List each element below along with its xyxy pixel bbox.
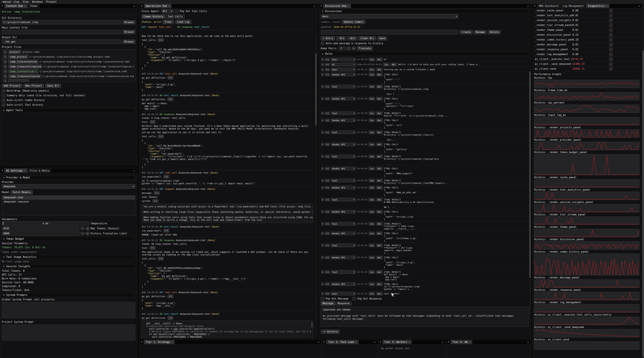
insert-above-button[interactable]: + bbox=[321, 119, 324, 122]
file-chip-button[interactable] bbox=[8, 79, 28, 82]
expand-entry-button[interactable]: [+] bbox=[325, 73, 330, 76]
-entry-button[interactable]: + Entry bbox=[321, 36, 335, 40]
tool-usage-section[interactable]: ▼Tool Usage Analytics bbox=[2, 255, 135, 259]
ins-button[interactable]: Ins bbox=[368, 97, 375, 100]
save-button[interactable]: Save bbox=[377, 36, 387, 40]
insert-above-button[interactable]: + bbox=[321, 63, 324, 66]
tab-message[interactable]: Message bbox=[321, 301, 335, 305]
insert-above-button[interactable]: + bbox=[321, 179, 324, 182]
insert-above-button[interactable]: + bbox=[321, 131, 324, 134]
insert-above-button[interactable]: + bbox=[321, 292, 324, 295]
del-button[interactable]: Del bbox=[376, 292, 383, 295]
tab-close-icon[interactable]: ✕ bbox=[606, 5, 608, 7]
tab-comms-history[interactable]: Comms History bbox=[142, 14, 165, 18]
collapse-icon[interactable]: ▼ bbox=[140, 340, 144, 344]
expand-entry-button[interactable]: [+] bbox=[325, 222, 330, 225]
insert-above-button[interactable]: + bbox=[321, 85, 324, 88]
collapse-icon[interactable]: ▼ bbox=[0, 4, 4, 8]
expand-entry-button[interactable]: [+] bbox=[325, 119, 330, 122]
tab-mma-dashboard[interactable]: MMA Dashboard bbox=[537, 4, 561, 8]
expand-entry-button[interactable]: [+] bbox=[325, 143, 330, 146]
diagnostic-checkbox[interactable]: ✓ bbox=[609, 23, 613, 27]
keep-pairs-plus-button[interactable]: + bbox=[352, 47, 356, 50]
update-commit-button[interactable]: Update Commit bbox=[342, 20, 365, 24]
file-chip-button[interactable]: temp_liveaisettingssim bbox=[8, 65, 42, 68]
history-trunc-minus-button[interactable]: - bbox=[81, 232, 84, 235]
log-child-box[interactable]: You are a helpful coding assistant with … bbox=[142, 204, 313, 222]
tab-theme[interactable]: Theme bbox=[28, 4, 40, 8]
ins-button[interactable]: Ins bbox=[383, 63, 390, 66]
tab-close-icon[interactable]: ✕ bbox=[408, 341, 410, 343]
role-select[interactable]: User▼ bbox=[331, 58, 356, 61]
expand-entry-button[interactable]: [+] bbox=[325, 244, 330, 247]
to-history-button[interactable]: -> History bbox=[321, 330, 340, 334]
checkbox[interactable] bbox=[2, 94, 5, 97]
tab-tool-calls[interactable]: Tool Calls bbox=[166, 14, 184, 18]
insert-above-button[interactable]: + bbox=[321, 73, 324, 76]
del-button[interactable]: Del bbox=[376, 210, 383, 213]
provider-model-section[interactable]: ▼Provider & Model bbox=[2, 176, 135, 179]
max-tokens-minus-button[interactable]: - bbox=[81, 227, 84, 230]
expand-button[interactable]: [+] bbox=[158, 38, 164, 42]
insert-above-button[interactable]: + bbox=[321, 167, 324, 170]
add-project-button[interactable]: Add Project bbox=[2, 84, 22, 88]
session-insights-section[interactable]: ▼Session Insights bbox=[2, 264, 135, 268]
global-prompt-textarea[interactable] bbox=[2, 302, 135, 318]
diagnostic-checkbox[interactable]: ✓ bbox=[609, 38, 613, 41]
diagnostic-checkbox[interactable]: ✓ bbox=[609, 48, 613, 51]
role-select[interactable]: Vendor API▼ bbox=[331, 97, 356, 100]
main-context-file-input[interactable] bbox=[2, 30, 121, 34]
discussion-entries-list[interactable]: +[+]User▼14:29:59InsDelhi+[+]AI▼2026-03-… bbox=[321, 57, 529, 296]
expand-button[interactable]: [+] bbox=[150, 246, 156, 250]
del-button[interactable]: Del bbox=[376, 97, 383, 100]
ins-button[interactable]: Ins bbox=[368, 198, 375, 201]
tab-context-hub[interactable]: Context Hub✕ bbox=[4, 4, 28, 8]
git-directory-input[interactable]: C:\projects\manual_slop bbox=[2, 20, 121, 24]
history-trunc-input[interactable]: 8000 bbox=[2, 231, 79, 235]
insert-above-button[interactable]: + bbox=[321, 256, 324, 259]
insert-above-button[interactable]: + bbox=[321, 97, 324, 100]
checkbox[interactable]: ✓ bbox=[2, 89, 5, 92]
fetch-models-button[interactable]: Fetch Models bbox=[11, 190, 32, 194]
collapse-icon[interactable]: ▼ bbox=[0, 169, 4, 173]
-all-button[interactable]: -All bbox=[336, 36, 346, 40]
ins-button[interactable]: Ins bbox=[368, 292, 375, 295]
close-icon[interactable]: ✕ bbox=[372, 340, 378, 344]
save-all-button[interactable]: Save All bbox=[45, 84, 61, 88]
del-button[interactable]: Del bbox=[376, 143, 383, 146]
close-icon[interactable]: ✕ bbox=[316, 340, 321, 344]
discussion-scrollbar-thumb[interactable] bbox=[529, 72, 531, 278]
insert-above-button[interactable]: + bbox=[321, 58, 324, 61]
expand-entry-button[interactable]: [+] bbox=[325, 85, 330, 88]
tab-close-icon[interactable]: ✕ bbox=[469, 341, 470, 343]
rename-button[interactable]: Rename bbox=[474, 30, 486, 34]
menu-view[interactable]: View bbox=[21, 0, 30, 3]
del-button[interactable]: Del bbox=[376, 119, 383, 122]
insert-above-button[interactable]: + bbox=[321, 155, 324, 158]
tab-discussion-hub[interactable]: Discussion Hub✕ bbox=[323, 4, 351, 8]
role-select[interactable]: Tool▼ bbox=[331, 131, 356, 134]
output-dir-browse-button[interactable]: Browse bbox=[122, 40, 135, 44]
file-chip-button[interactable]: temp_livecontextsim bbox=[8, 60, 38, 63]
expand-entry-button[interactable]: [+] bbox=[325, 232, 330, 235]
role-select[interactable]: Tool▼ bbox=[331, 222, 356, 225]
expand-button[interactable]: [+] bbox=[168, 76, 173, 79]
del-button[interactable]: Del bbox=[376, 282, 383, 286]
log-child-box[interactable]: def __init__(self) -> None: # Initialize… bbox=[142, 321, 313, 338]
role-select[interactable]: Vendor API▼ bbox=[331, 143, 356, 146]
tab-log-management[interactable]: Log Management bbox=[561, 4, 586, 8]
keep-pairs-input[interactable]: 2 bbox=[339, 47, 346, 50]
project-prompt-textarea[interactable] bbox=[2, 325, 135, 341]
menu-app[interactable]: manual slop bbox=[1, 0, 21, 3]
role-select[interactable]: Vendor API▼ bbox=[331, 73, 356, 76]
role-select[interactable]: Vendor API▼ bbox=[331, 210, 356, 213]
insert-above-button[interactable]: + bbox=[321, 68, 324, 71]
role-select[interactable]: Tool▼ bbox=[331, 179, 356, 182]
del-button[interactable]: Del bbox=[376, 198, 383, 201]
del-button[interactable]: Del bbox=[376, 68, 383, 71]
model-option[interactable]: deepseek-reasoner bbox=[2, 200, 135, 204]
ins-button[interactable]: Ins bbox=[368, 73, 375, 76]
remove-file-button[interactable]: x bbox=[3, 50, 7, 54]
del-button[interactable]: Del bbox=[376, 155, 383, 158]
role-select[interactable]: User▼ bbox=[331, 68, 356, 71]
